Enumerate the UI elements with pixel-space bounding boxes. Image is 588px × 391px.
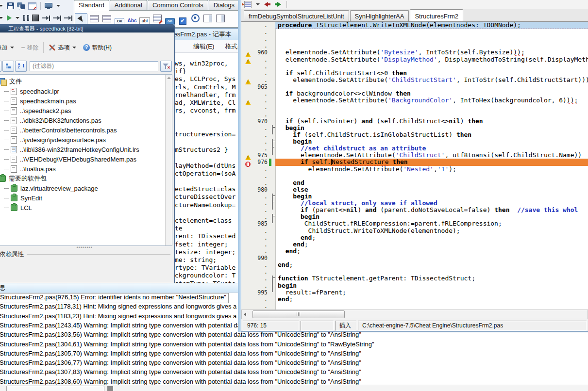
message-row[interactable]: StructuresFrm2.pas(1178,31) Hint: Mixing…: [0, 302, 242, 312]
code-line-977[interactable]: . elementnode.SetAttribute('Nested','1')…: [241, 166, 588, 173]
editor-horizontal-scrollbar[interactable]: [241, 310, 588, 319]
tree-item[interactable]: 文件: [0, 77, 22, 86]
tree-item[interactable]: ..\jvdesign\jvdesignsurface.pas: [4, 135, 106, 145]
palette-component-listbox[interactable]: [202, 13, 214, 24]
save-all-icon[interactable]: [17, 2, 25, 10]
code-line-961[interactable]: . elementnode.SetAttribute('DisplayMetho…: [241, 56, 588, 63]
tree-item[interactable]: ..\betterControls\bettercontrols.pas: [4, 125, 117, 135]
editor-tab-SynHighlighterAA[interactable]: SynHighlighterAA: [350, 10, 409, 21]
code-line-956[interactable]: .procedure TStructelement.WriteToXMLNode…: [241, 22, 588, 29]
code-line-984[interactable]: . begin: [241, 213, 588, 220]
code-line-972[interactable]: . if (self.ChildStruct.isInGlobalStructL…: [241, 131, 588, 138]
step-over-icon[interactable]: [42, 15, 50, 21]
code-line-960[interactable]: 960 elementnode.SetAttribute('Bytesize',…: [241, 49, 588, 56]
unit-list-icon[interactable]: [244, 1, 252, 8]
tree-item[interactable]: LCL: [4, 203, 32, 212]
code-line-992[interactable]: .: [241, 268, 588, 275]
code-line-966[interactable]: . if backgroundcolor<>clWindow then: [241, 90, 588, 97]
code-line-993[interactable]: .function TStructelement.getParent: TDis…: [241, 275, 588, 282]
code-line-973[interactable]: . begin: [241, 138, 588, 145]
code-line-994[interactable]: .begin: [241, 282, 588, 289]
notepad-menu-item[interactable]: 编辑(E): [193, 42, 214, 51]
dropdown-icon[interactable]: [56, 5, 60, 7]
project-inspector-title-bar[interactable]: 工程查看器 - speedhack [32-bit]: [0, 25, 174, 33]
code-line-981[interactable]: . begin: [241, 193, 588, 200]
message-row[interactable]: StructuresFrm2.pas(1307,83) Warning: Imp…: [0, 368, 363, 377]
scrollbar-thumb[interactable]: [6, 386, 104, 391]
code-line-980[interactable]: 980 else: [241, 186, 588, 193]
message-row[interactable]: StructuresFrm2.pas(1183,23) Hint: Mixing…: [0, 312, 242, 322]
code-line-990[interactable]: 990: [241, 255, 588, 261]
code-line-985[interactable]: 985 ChildStruct.fRLECompression:=parent.…: [241, 220, 588, 227]
step-out-icon[interactable]: [64, 15, 72, 21]
code-line-975[interactable]: 975 elementnode.SetAttribute('ChildStruc…: [241, 152, 588, 159]
palette-tab-dialogs[interactable]: Dialogs: [209, 0, 239, 10]
code-line-965[interactable]: 965: [241, 83, 588, 90]
code-line-957[interactable]: .: [241, 29, 588, 35]
palette-tab-common-controls[interactable]: Common Controls: [148, 0, 208, 10]
code-line-958[interactable]: .: [241, 35, 588, 42]
tree-item[interactable]: ..\lib\i386-win32\frameHotkeyConfigUnit.…: [4, 145, 139, 154]
code-line-995[interactable]: 995 result:=fParent;: [241, 289, 588, 296]
message-row[interactable]: StructuresFrm2.pas(1243,45) Warning: Imp…: [0, 321, 243, 331]
palette-component-memo[interactable]: [151, 13, 163, 24]
code-line-963[interactable]: . if self.ChildStructStart<>0 then: [241, 70, 588, 77]
jump-back-icon[interactable]: [264, 1, 271, 7]
editor-tab-StructuresFrm2[interactable]: StructuresFrm2: [410, 9, 463, 21]
dropdown-icon[interactable]: [16, 17, 19, 19]
tree-item[interactable]: 需要的软件包: [0, 174, 47, 183]
palette-component-checkbox[interactable]: ✔: [177, 15, 188, 27]
code-line-969[interactable]: .: [241, 111, 588, 118]
step-into-icon[interactable]: [53, 15, 61, 21]
scroll-left-arrow-icon[interactable]: [244, 312, 246, 316]
palette-component-popupmenu[interactable]: [101, 13, 113, 24]
dropdown-partial-icon[interactable]: [0, 17, 3, 19]
code-editor-area[interactable]: .procedure TStructelement.WriteToXMLNode…: [241, 22, 588, 310]
code-line-962[interactable]: .: [241, 63, 588, 70]
help-button[interactable]: ? 帮助(H): [80, 42, 115, 54]
tree-item[interactable]: speedhackmain.pas: [4, 96, 76, 106]
stop-icon[interactable]: [32, 15, 39, 21]
code-line-987[interactable]: . end;: [241, 234, 588, 241]
editor-tab-frmDebugSymbolStructureListUnit[interactable]: frmDebugSymbolStructureListUnit: [244, 10, 349, 21]
run-icon[interactable]: [7, 15, 12, 21]
tree-item[interactable]: ..\dbk32\DBK32functions.pas: [4, 115, 101, 125]
pause-icon[interactable]: [23, 15, 29, 21]
message-row[interactable]: StructuresFrm2.pas(1304,61) Warning: Imp…: [0, 340, 376, 350]
code-line-988[interactable]: . end;: [241, 241, 588, 248]
code-line-991[interactable]: .end;: [241, 261, 588, 268]
options-button[interactable]: 选项: [46, 42, 80, 54]
tree-item[interactable]: ..\VEHDebug\VEHDebugSharedMem.pas: [4, 154, 136, 164]
save-icon[interactable]: [7, 2, 14, 9]
code-line-967[interactable]: . elementnode.SetAttribute('BackgroundCo…: [241, 97, 588, 104]
sort-button[interactable]: AZ: [15, 61, 27, 72]
message-row[interactable]: StructuresFrm2.pas(1305,70) Warning: Imp…: [0, 349, 363, 359]
jump-forward-icon[interactable]: [274, 1, 281, 7]
code-line-978[interactable]: .: [241, 173, 588, 179]
palette-tab-additional[interactable]: Additional: [110, 0, 147, 10]
code-line-986[interactable]: . ChildStruct.WriteToXMLNode(elementnode…: [241, 228, 588, 234]
palette-tab-standard[interactable]: Standard: [74, 0, 109, 11]
tree-item[interactable]: ..\speedhack2.pas: [4, 106, 71, 115]
palette-component-cursor[interactable]: [75, 13, 87, 26]
scrollbar-thumb[interactable]: [252, 310, 345, 318]
code-line-979[interactable]: . end: [241, 179, 588, 186]
messages-horizontal-scrollbar[interactable]: [0, 385, 588, 391]
remove-button[interactable]: − 移除: [18, 42, 41, 54]
code-line-968[interactable]: .: [241, 104, 588, 111]
tree-view-button[interactable]: [2, 61, 14, 72]
tree-vertical-scrollbar[interactable]: [165, 75, 172, 245]
code-line-959[interactable]: .: [241, 42, 588, 49]
code-line-997[interactable]: .: [241, 303, 588, 310]
tree-item[interactable]: ..\lua\lua.pas: [4, 164, 56, 174]
code-line-983[interactable]: . if (parent<>nil) and (parent.doNotSave…: [241, 207, 588, 213]
filter-input[interactable]: (过滤器): [30, 61, 158, 71]
code-line-970[interactable]: 970 if (self.isPointer) and (self.ChildS…: [241, 118, 588, 125]
message-row[interactable]: StructuresFrm2.pas(976,15) Error: identi…: [0, 293, 229, 303]
chevron-down-icon[interactable]: [256, 3, 260, 5]
code-line-982[interactable]: . //local struct, only save if allowed: [241, 200, 588, 207]
code-line-976[interactable]: 976 if self.NestedStructure then: [241, 159, 588, 165]
palette-component-combobox[interactable]: [215, 13, 226, 24]
add-button[interactable]: + 添加: [0, 42, 18, 54]
message-row[interactable]: StructuresFrm2.pas(1306,77) Warning: Imp…: [0, 358, 363, 368]
